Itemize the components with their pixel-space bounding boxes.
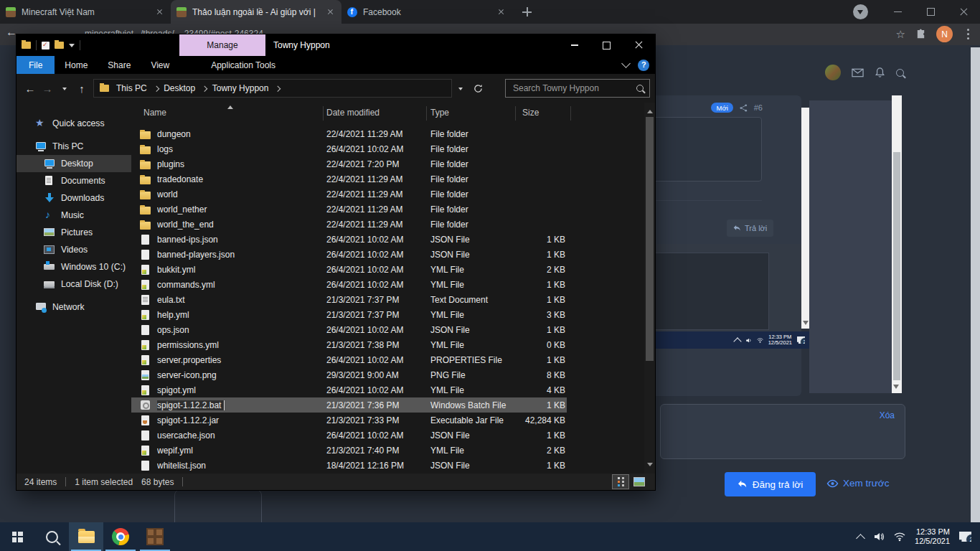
taskbar-file-explorer[interactable] (69, 522, 103, 551)
browser-back-icon[interactable]: ← (6, 26, 17, 39)
refresh-icon[interactable] (469, 79, 486, 98)
sidebar-item[interactable]: Desktop (17, 155, 131, 172)
browser-profile-avatar[interactable]: N (936, 26, 953, 42)
sidebar-item[interactable]: Quick access (17, 115, 131, 132)
tray-chevron-icon[interactable] (856, 534, 865, 543)
start-button[interactable] (0, 522, 34, 551)
forum-user-avatar[interactable] (825, 65, 841, 80)
page-scrollbar[interactable] (971, 47, 980, 522)
sidebar-item[interactable]: This PC (17, 138, 131, 155)
file-row[interactable]: server-icon.png 29/3/2021 9:00 AM PNG Fi… (131, 367, 567, 382)
details-view-button[interactable] (613, 475, 628, 489)
download-status-icon[interactable] (853, 4, 868, 19)
tab-close-icon[interactable] (496, 7, 507, 17)
sidebar-item[interactable]: Documents (17, 172, 131, 189)
breadcrumb-item[interactable]: Towny Hyppon (212, 83, 286, 93)
file-row[interactable]: help.yml 21/3/2021 7:37 PM YML File 3 KB (131, 307, 567, 322)
help-icon[interactable] (638, 60, 649, 71)
file-row[interactable]: world_nether 22/4/2021 11:29 AM File fol… (131, 202, 567, 217)
sidebar-item[interactable]: Music (17, 207, 131, 224)
ribbon-tab[interactable]: View (141, 56, 179, 74)
explorer-minimize-button[interactable] (558, 34, 590, 56)
browser-tab[interactable]: Minecraft Việt Nam (0, 0, 171, 24)
search-input[interactable] (512, 83, 636, 94)
sidebar-item[interactable]: Downloads (17, 189, 131, 207)
extensions-puzzle-icon[interactable] (915, 29, 926, 39)
file-row[interactable]: logs 26/4/2021 10:02 AM File folder (131, 141, 567, 156)
explorer-maximize-button[interactable] (590, 34, 623, 56)
manage-contextual-tab[interactable]: Manage (179, 34, 265, 56)
address-dropdown-chevron-icon[interactable] (452, 79, 469, 98)
attachment-delete-link[interactable]: Xóa (880, 410, 895, 420)
file-row[interactable]: tradedonate 22/4/2021 11:29 AM File fold… (131, 171, 567, 187)
explorer-close-button[interactable] (623, 34, 655, 56)
browser-restore-button[interactable] (914, 0, 947, 24)
nav-forward-icon[interactable]: → (39, 79, 56, 98)
post-reply-button[interactable]: Đăng trả lời (725, 472, 816, 496)
scroll-down-icon[interactable] (647, 463, 653, 469)
sidebar-item[interactable]: Network (17, 298, 131, 316)
large-icons-view-button[interactable] (631, 475, 647, 489)
column-header[interactable]: Size (522, 108, 539, 118)
ribbon-collapse-chevron-icon[interactable] (621, 59, 631, 68)
taskbar-minecraft[interactable] (138, 522, 172, 551)
file-row[interactable]: banned-players.json 26/4/2021 10:02 AM J… (131, 247, 567, 262)
search-box[interactable] (505, 79, 650, 98)
browser-close-button[interactable] (947, 0, 980, 24)
browser-tab[interactable]: Thảo luận ngoài lề - Ai giúp với | (171, 0, 341, 24)
volume-icon[interactable] (873, 531, 885, 542)
file-row[interactable]: spigot-1.12.2.jar 21/3/2021 7:33 PM Exec… (131, 413, 567, 428)
taskbar-search-button[interactable] (34, 522, 69, 551)
breadcrumb-item[interactable]: Desktop (164, 83, 212, 93)
new-tab-button[interactable] (518, 3, 537, 22)
preview-link[interactable]: Xem trước (826, 478, 889, 489)
scrollbar-thumb[interactable] (646, 117, 654, 361)
ribbon-tab[interactable]: Share (98, 56, 141, 74)
file-row[interactable]: wepif.yml 21/3/2021 7:40 PM YML File 2 K… (131, 443, 567, 458)
file-list-scrollbar[interactable] (644, 103, 655, 474)
column-header[interactable]: Name (143, 108, 166, 118)
file-row[interactable]: whitelist.json 18/4/2021 12:16 PM JSON F… (131, 458, 567, 473)
file-row[interactable]: permissions.yml 21/3/2021 7:38 PM YML Fi… (131, 337, 567, 352)
sidebar-item[interactable]: Videos (17, 241, 131, 258)
inbox-envelope-icon[interactable] (852, 68, 864, 77)
file-row[interactable]: ops.json 26/4/2021 10:02 AM JSON File 1 … (131, 322, 567, 337)
bookmark-star-icon[interactable]: ☆ (896, 28, 905, 41)
browser-minimize-button[interactable] (881, 0, 914, 24)
forum-search-icon[interactable] (896, 69, 904, 77)
wifi-icon[interactable] (894, 531, 905, 542)
share-icon[interactable] (740, 104, 748, 112)
column-header[interactable]: Type (430, 108, 449, 118)
file-row[interactable]: banned-ips.json 26/4/2021 10:02 AM JSON … (131, 232, 567, 247)
explorer-title-bar[interactable]: Manage Towny Hyppon (17, 34, 655, 56)
reply-button[interactable]: Trả lời (727, 220, 773, 237)
properties-check-icon[interactable] (42, 42, 50, 50)
column-header[interactable]: Date modified (326, 108, 380, 118)
breadcrumb-item[interactable]: This PC (116, 83, 164, 93)
file-row[interactable]: dungeon 22/4/2021 11:29 AM File folder (131, 126, 567, 141)
scroll-up-icon[interactable] (647, 107, 653, 113)
sidebar-item[interactable]: Local Disk (D:) (17, 276, 131, 293)
ribbon-tab[interactable]: Home (55, 56, 98, 74)
tab-close-icon[interactable] (326, 7, 336, 17)
customize-toolbar-chevron-icon[interactable] (69, 44, 75, 50)
file-row[interactable]: world 22/4/2021 11:29 AM File folder (131, 187, 567, 202)
file-row[interactable]: spigot.yml 26/4/2021 10:02 AM YML File 4… (131, 382, 567, 397)
file-row[interactable]: server.properties 26/4/2021 10:02 AM PRO… (131, 352, 567, 367)
sidebar-item[interactable]: Pictures (17, 224, 131, 241)
new-folder-icon[interactable] (55, 42, 64, 49)
taskbar-chrome[interactable] (103, 522, 138, 551)
taskbar-clock[interactable]: 12:33 PM 12/5/2021 (915, 527, 950, 546)
sidebar-item[interactable]: Windows 10 (C:) (17, 258, 131, 276)
browser-menu-icon[interactable] (967, 29, 970, 40)
file-row[interactable]: commands.yml 26/4/2021 10:02 AM YML File… (131, 277, 567, 292)
tab-close-icon[interactable] (155, 7, 165, 17)
search-icon[interactable] (636, 85, 644, 92)
ribbon-tab[interactable]: File (17, 56, 55, 74)
action-center-icon[interactable]: 2 (959, 532, 971, 542)
file-row[interactable]: spigot-1.12.2.bat 21/3/2021 7:36 PM Wind… (131, 397, 567, 413)
alerts-bell-icon[interactable] (875, 67, 885, 78)
nav-up-icon[interactable]: ↑ (73, 79, 90, 98)
folder-icon[interactable] (22, 42, 31, 49)
file-row[interactable]: plugins 22/4/2021 7:20 PM File folder (131, 156, 567, 171)
